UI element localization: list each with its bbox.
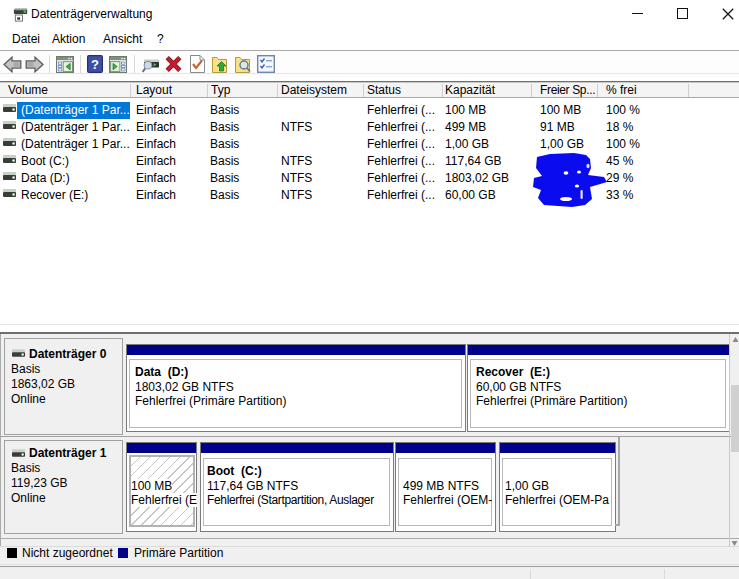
svg-text:?: ? [91,57,99,72]
